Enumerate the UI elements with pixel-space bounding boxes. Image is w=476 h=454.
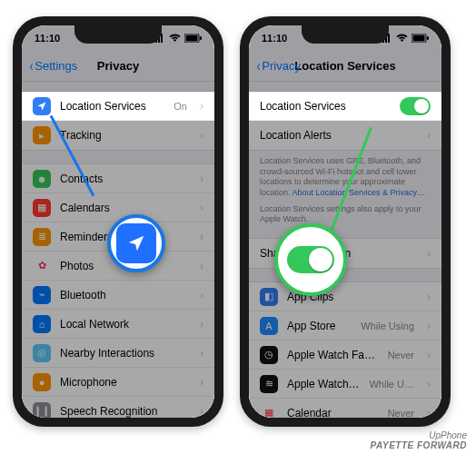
list-item[interactable]: ≋Apple Watch WorkoutWhile U…› [249, 370, 441, 399]
svg-rect-10 [388, 34, 390, 43]
list-item[interactable]: ⌂Local Network› [22, 310, 214, 339]
row-location-alerts[interactable]: Location Alerts › [249, 121, 441, 150]
app-icon: ≋ [260, 375, 278, 393]
list-item[interactable]: ▸Tracking› [22, 121, 214, 150]
chevron-right-icon: › [200, 376, 203, 389]
battery-icon [184, 34, 202, 43]
row-value: While Using [361, 321, 414, 331]
row-value: Never [388, 350, 414, 360]
notch [302, 25, 389, 44]
list-item[interactable]: ▦CalendarNever› [249, 399, 441, 418]
app-icon: ◧ [260, 288, 278, 306]
chevron-right-icon: › [200, 129, 203, 142]
chevron-right-icon: › [200, 289, 203, 301]
toggle-on-icon [287, 246, 334, 273]
row-location-services-toggle[interactable]: Location Services [249, 92, 441, 121]
toggle-on[interactable] [400, 97, 431, 115]
app-icon: ⌁ [33, 286, 51, 304]
row-label: Local Network [60, 318, 187, 331]
list-item[interactable]: ●Microphone› [22, 368, 214, 397]
row-label: Apple Watch Workout [287, 378, 360, 390]
svg-rect-5 [186, 35, 198, 42]
chevron-right-icon: › [427, 247, 431, 260]
app-icon: ✿ [33, 257, 51, 275]
list-item[interactable]: ◧App Clips› [249, 282, 441, 311]
chevron-right-icon: › [200, 405, 203, 418]
app-icon: ● [33, 373, 51, 391]
footer-note-2: Location Services settings also apply to… [249, 199, 441, 225]
svg-rect-3 [161, 34, 163, 43]
back-label: Settings [35, 59, 77, 73]
list-item[interactable]: ⌁Bluetooth› [22, 281, 214, 310]
row-value: On [174, 101, 187, 112]
row-label: Apple Watch Faces [287, 349, 379, 361]
chevron-right-icon: › [200, 318, 203, 331]
location-arrow-icon [126, 233, 146, 253]
chevron-right-icon: › [427, 349, 431, 361]
status-time: 11:10 [262, 33, 287, 44]
chevron-right-icon: › [427, 378, 431, 390]
nav-bar: ‹ Settings Privacy [22, 51, 214, 82]
back-button[interactable]: ‹ Settings [29, 59, 77, 74]
row-label: Tracking [60, 129, 187, 142]
svg-rect-6 [200, 36, 202, 40]
about-link[interactable]: About Location Services & Privacy… [293, 188, 426, 197]
page-title: Location Services [294, 59, 395, 73]
app-icon: ▦ [260, 404, 278, 418]
chevron-right-icon: › [200, 202, 203, 214]
list-item[interactable]: ◷Apple Watch FacesNever› [249, 340, 441, 370]
wifi-icon [169, 34, 181, 43]
app-icon: ⌂ [33, 315, 51, 333]
chevron-right-icon: › [427, 129, 431, 142]
back-label: Privacy [262, 59, 301, 73]
app-icon: ◎ [33, 344, 51, 362]
chevron-right-icon: › [427, 407, 431, 418]
svg-rect-13 [427, 36, 429, 40]
row-label: Calendar [287, 407, 379, 418]
row-value: Never [388, 408, 414, 418]
row-value: While U… [369, 379, 414, 390]
chevron-right-icon: › [200, 231, 203, 243]
row-label: Location Services [60, 100, 164, 113]
chevron-right-icon: › [427, 291, 431, 303]
nav-bar: ‹ Privacy Location Services [249, 51, 441, 82]
app-icon: ≣ [33, 228, 51, 246]
svg-rect-12 [413, 35, 425, 42]
chevron-right-icon: › [200, 173, 203, 185]
list-item[interactable]: ◎Nearby Interactions› [22, 339, 214, 368]
row-label: Contacts [60, 173, 187, 185]
row-label: Location Alerts [260, 129, 414, 142]
zoom-circle-toggle [274, 223, 347, 296]
page-title: Privacy [97, 59, 139, 73]
list-item[interactable]: ❙❙Speech Recognition› [22, 397, 214, 418]
back-button[interactable]: ‹ Privacy [256, 59, 301, 74]
row-label: Microphone [60, 376, 187, 389]
wifi-icon [396, 34, 408, 43]
location-icon [33, 97, 51, 115]
app-icon: ◷ [260, 346, 278, 364]
chevron-left-icon: ‹ [30, 59, 34, 74]
list-item[interactable]: ▦Calendars› [22, 193, 214, 222]
app-icon: ▸ [33, 126, 51, 144]
status-time: 11:10 [35, 33, 60, 44]
list-item[interactable]: AApp StoreWhile Using› [249, 311, 441, 340]
watermark: UpPhone PAYETTE FORWARD [371, 430, 467, 450]
phone-right: 11:10 ➤ ‹ Privacy Location Services [240, 16, 451, 427]
phone-left: 11:10 ➤ ‹ Settings Privacy [13, 16, 223, 427]
chevron-right-icon: › [427, 320, 431, 332]
notch [74, 25, 162, 44]
row-label: Location Services [260, 100, 391, 113]
battery-icon [412, 34, 429, 43]
row-label: Nearby Interactions [60, 347, 187, 360]
chevron-right-icon: › [200, 347, 203, 360]
row-label: Calendars [60, 202, 187, 214]
app-icon: ▦ [33, 199, 51, 217]
app-icon: ❙❙ [33, 402, 51, 419]
row-label: App Store [287, 320, 352, 332]
chevron-right-icon: › [200, 100, 203, 113]
row-label: Speech Recognition [60, 405, 187, 418]
list-item[interactable]: ☻Contacts› [22, 164, 214, 193]
chevron-right-icon: › [200, 260, 203, 272]
zoom-circle-location-icon [107, 214, 165, 272]
chevron-left-icon: ‹ [257, 59, 261, 74]
